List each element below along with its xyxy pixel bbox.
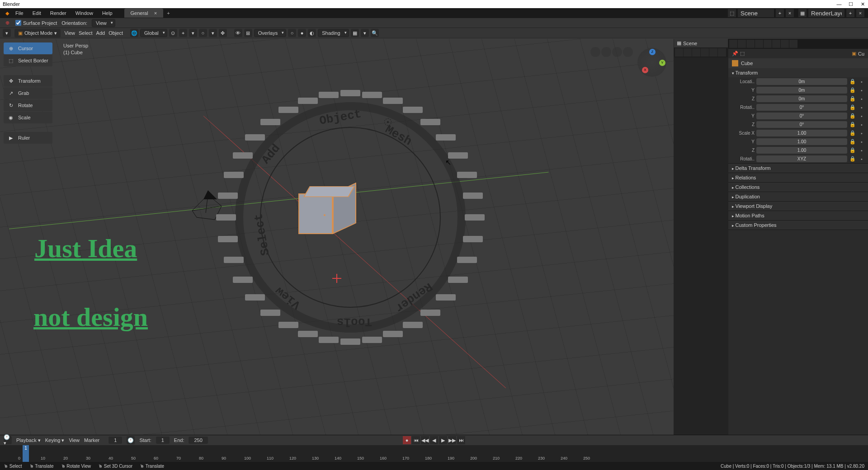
nav-persp-icon[interactable]	[623, 47, 633, 57]
lock-icon[interactable]: 🔒	[849, 79, 856, 85]
pie-option-tab[interactable]	[340, 90, 360, 96]
prop-value[interactable]: 0°	[756, 104, 847, 111]
lock-icon[interactable]: 🔒	[849, 130, 856, 136]
overlays-toggle-icon[interactable]: ⊞	[244, 29, 252, 37]
pie-option-tab[interactable]	[383, 331, 403, 337]
gizmo-x-axis[interactable]: X	[642, 67, 648, 73]
keyframe-dot-icon[interactable]: •	[858, 105, 865, 110]
renderlayer-input[interactable]	[808, 9, 844, 17]
timeline-view-menu[interactable]: View	[69, 437, 80, 443]
section-title[interactable]: Relations	[728, 173, 868, 182]
visibility-icon[interactable]: 👁	[234, 29, 242, 37]
pie-option-tab[interactable]	[403, 322, 423, 328]
shade-matcap-icon[interactable]: ◐	[308, 29, 316, 37]
overlays-dropdown[interactable]: Overlays	[254, 29, 286, 37]
pie-option-tab[interactable]	[298, 331, 318, 337]
lock-icon[interactable]: 🔒	[849, 96, 856, 102]
transform-section-title[interactable]: Transform	[728, 68, 868, 77]
add-workspace-button[interactable]: +	[163, 9, 173, 17]
pie-option-tab[interactable]	[260, 310, 280, 316]
pie-option-tab[interactable]	[448, 277, 468, 283]
tab-close-icon[interactable]: ×	[154, 10, 157, 16]
proptab-1[interactable]	[729, 40, 737, 48]
pie-option-tab[interactable]	[224, 257, 244, 263]
end-frame-input[interactable]: 250	[189, 437, 208, 444]
proptab-7[interactable]	[781, 40, 789, 48]
pie-option-tab[interactable]	[319, 337, 339, 343]
proportional-icon[interactable]: ○	[199, 29, 207, 37]
orient-dropdown[interactable]: Global	[140, 29, 167, 37]
surface-project-toggle[interactable]: Surface Project	[15, 20, 57, 26]
nav-camera-icon[interactable]	[612, 47, 622, 57]
pie-option-tab[interactable]	[224, 172, 244, 178]
tool-transform[interactable]: ✥Transform	[4, 75, 52, 87]
pie-option-tab[interactable]	[420, 310, 440, 316]
pie-option-tab[interactable]	[216, 214, 236, 221]
jump-end-button[interactable]: ⏭	[457, 436, 465, 444]
navigation-gizmo[interactable]: Z Y X	[637, 48, 666, 77]
pie-option-tab[interactable]	[362, 337, 382, 343]
proportional-type-icon[interactable]: ▾	[209, 29, 217, 37]
pie-option-tab[interactable]	[457, 257, 477, 263]
prop-value[interactable]: 0m	[756, 95, 847, 102]
pie-option-tab[interactable]	[383, 98, 403, 104]
pie-option-tab[interactable]	[436, 134, 456, 141]
tool-grab[interactable]: ↗Grab	[4, 87, 52, 99]
pie-option-tab[interactable]	[245, 294, 265, 301]
keyframe-dot-icon[interactable]: •	[858, 122, 865, 127]
filter-icon-3[interactable]	[692, 48, 700, 56]
prop-value[interactable]: 1.00	[756, 138, 847, 145]
proptab-5[interactable]	[764, 40, 772, 48]
start-frame-input[interactable]: 1	[156, 437, 170, 444]
mode-dropdown[interactable]: ▣ Object Mode ▾	[14, 29, 61, 38]
filter-icon-6[interactable]	[718, 48, 726, 56]
timeline-type-icon[interactable]: 🕐▾	[4, 436, 12, 444]
lock-icon[interactable]: 🔒	[849, 156, 856, 162]
keyframe-dot-icon[interactable]: •	[858, 96, 865, 102]
pie-option-tab[interactable]	[233, 277, 253, 283]
autokey-button[interactable]: ●	[403, 436, 411, 444]
next-key-button[interactable]: ▶▶	[448, 436, 456, 444]
shading-dropdown[interactable]: Shading	[318, 29, 349, 37]
pie-option-tab[interactable]	[278, 107, 298, 113]
xray-icon[interactable]: ▦	[351, 29, 359, 37]
proptab-6[interactable]	[772, 40, 780, 48]
preview-range-icon[interactable]: 🕐	[127, 436, 135, 444]
select-menu[interactable]: Select	[79, 30, 93, 36]
pie-option-tab[interactable]	[319, 92, 339, 98]
current-frame-input[interactable]: 1	[108, 437, 122, 444]
prop-value[interactable]: 0m	[756, 78, 847, 85]
shade-wire-icon[interactable]: ○	[288, 29, 296, 37]
gizmo-icon[interactable]: ✥	[219, 29, 227, 37]
playback-menu[interactable]: Playback ▾	[16, 437, 41, 443]
prop-value[interactable]: 1.00	[756, 130, 847, 136]
prop-value[interactable]: XYZ	[756, 155, 847, 162]
prop-value[interactable]: 1.00	[756, 147, 847, 154]
section-title[interactable]: Motion Paths	[728, 211, 868, 220]
menu-file[interactable]: File	[11, 9, 28, 17]
nav-move-icon[interactable]	[601, 47, 611, 57]
section-title[interactable]: Duplication	[728, 192, 868, 201]
prev-key-button[interactable]: ◀◀	[421, 436, 429, 444]
scene-icon[interactable]: ⬚	[728, 9, 736, 17]
snap-type-icon[interactable]: ▾	[189, 29, 197, 37]
proptab-8[interactable]	[789, 40, 797, 48]
shade-solid-icon[interactable]: ●	[298, 29, 306, 37]
lock-icon[interactable]: 🔒	[849, 139, 856, 145]
menu-edit[interactable]: Edit	[28, 9, 46, 17]
pie-option-tab[interactable]	[420, 119, 440, 125]
orientation-dropdown[interactable]: View	[92, 19, 115, 27]
tool-select-border[interactable]: ⬚Select Border	[4, 55, 52, 66]
pie-option-tab[interactable]	[463, 193, 483, 199]
section-title[interactable]: Viewport Display	[728, 202, 868, 211]
keyframe-dot-icon[interactable]: •	[858, 113, 865, 119]
pie-option-tab[interactable]	[457, 172, 477, 178]
pie-option-tab[interactable]	[245, 134, 265, 141]
keyframe-dot-icon[interactable]: •	[858, 131, 865, 136]
lock-icon[interactable]: 🔒	[849, 122, 856, 127]
scene-del-icon[interactable]: ×	[786, 9, 794, 17]
pie-option-tab[interactable]	[403, 107, 423, 113]
filter-icon-1[interactable]	[675, 48, 683, 56]
pie-option-tab[interactable]	[260, 119, 280, 125]
filter-icon-2[interactable]	[684, 48, 692, 56]
